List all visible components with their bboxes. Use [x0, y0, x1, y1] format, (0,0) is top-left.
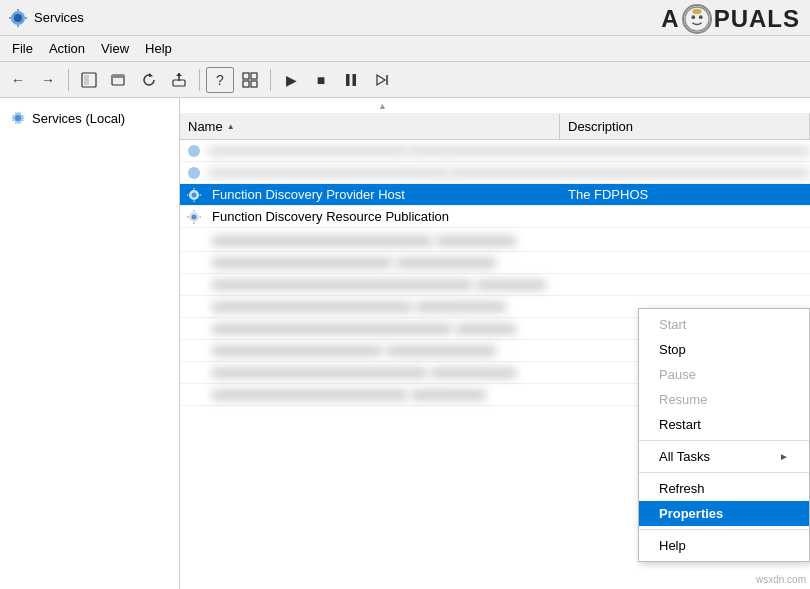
svg-point-24	[188, 167, 200, 179]
menu-view[interactable]: View	[93, 39, 137, 58]
menu-bar: File Action View Help	[0, 36, 810, 62]
service-icon	[184, 141, 204, 161]
menu-file[interactable]: File	[4, 39, 41, 58]
restart-button[interactable]	[367, 67, 395, 93]
ctx-refresh[interactable]: Refresh	[639, 476, 809, 501]
table-header: Name ▲ Description	[180, 114, 810, 140]
services-local-gear-icon	[10, 110, 26, 126]
service-icon	[184, 297, 204, 317]
menu-help[interactable]: Help	[137, 39, 180, 58]
ctx-pause[interactable]: Pause	[639, 362, 809, 387]
ctx-properties[interactable]: Properties	[639, 501, 809, 526]
svg-point-28	[192, 214, 197, 219]
toolbar-sep-2	[199, 69, 200, 91]
sort-hint-row: ▲	[180, 98, 810, 114]
service-icon-fdph	[184, 185, 204, 205]
svg-rect-17	[251, 81, 257, 87]
service-icon	[184, 363, 204, 383]
stop-button[interactable]: ■	[307, 67, 335, 93]
ctx-restart[interactable]: Restart	[639, 412, 809, 437]
ctx-sep-1	[639, 440, 809, 441]
svg-rect-18	[346, 74, 350, 86]
table-row[interactable]	[180, 230, 810, 252]
service-icon	[184, 319, 204, 339]
service-name-fdrp: Function Discovery Resource Publication	[208, 209, 564, 224]
svg-point-1	[14, 14, 22, 22]
service-panel: ▲ Name ▲ Description	[180, 98, 810, 589]
service-row-fdph[interactable]: Function Discovery Provider Host The FDP…	[180, 184, 810, 206]
pause-button[interactable]	[337, 67, 365, 93]
svg-marker-10	[149, 73, 153, 77]
svg-marker-20	[377, 75, 385, 85]
menu-action[interactable]: Action	[41, 39, 93, 58]
svg-rect-7	[84, 75, 89, 85]
main-area: Services (Local) ▲ Name ▲ Description	[0, 98, 810, 589]
table-row[interactable]	[180, 252, 810, 274]
forward-button[interactable]: →	[34, 67, 62, 93]
service-icon	[184, 275, 204, 295]
svg-point-3	[691, 15, 695, 19]
refresh-toolbar-button[interactable]	[135, 67, 163, 93]
title-bar: Services A PUALS	[0, 0, 810, 36]
view-button[interactable]	[236, 67, 264, 93]
sidebar: Services (Local)	[0, 98, 180, 589]
watermark: wsxdn.com	[756, 574, 806, 585]
ctx-sep-2	[639, 472, 809, 473]
svg-marker-13	[176, 73, 182, 76]
service-icon	[184, 341, 204, 361]
service-name-fdph: Function Discovery Provider Host	[208, 187, 564, 202]
svg-rect-14	[243, 73, 249, 79]
service-row-fdrp[interactable]: Function Discovery Resource Publication	[180, 206, 810, 228]
svg-point-23	[188, 145, 200, 157]
service-icon	[184, 163, 204, 183]
app-icon	[8, 8, 28, 28]
service-icon-fdrp	[184, 207, 204, 227]
table-row[interactable]	[180, 162, 810, 184]
service-icon	[184, 385, 204, 405]
play-button[interactable]: ▶	[277, 67, 305, 93]
column-name-header[interactable]: Name ▲	[180, 114, 560, 139]
svg-point-5	[692, 9, 701, 15]
svg-rect-19	[353, 74, 357, 86]
column-description-header[interactable]: Description	[560, 114, 810, 139]
export-button[interactable]	[165, 67, 193, 93]
new-window-button[interactable]	[105, 67, 133, 93]
sidebar-item-label: Services (Local)	[32, 111, 125, 126]
show-console-button[interactable]	[75, 67, 103, 93]
brand-face-icon	[682, 4, 712, 34]
back-button[interactable]: ←	[4, 67, 32, 93]
ctx-stop[interactable]: Stop	[639, 337, 809, 362]
svg-point-4	[699, 15, 703, 19]
service-icon	[184, 253, 204, 273]
ctx-sep-3	[639, 529, 809, 530]
ctx-all-tasks[interactable]: All Tasks ►	[639, 444, 809, 469]
submenu-arrow-icon: ►	[779, 451, 789, 462]
svg-rect-16	[243, 81, 249, 87]
ctx-resume[interactable]: Resume	[639, 387, 809, 412]
service-icon	[184, 231, 204, 251]
ctx-help[interactable]: Help	[639, 533, 809, 558]
help-toolbar-button[interactable]: ?	[206, 67, 234, 93]
svg-rect-9	[112, 75, 124, 78]
sort-arrow-icon: ▲	[378, 101, 387, 111]
toolbar-sep-3	[270, 69, 271, 91]
table-row[interactable]	[180, 140, 810, 162]
sort-icon: ▲	[227, 122, 235, 131]
sidebar-item-services-local[interactable]: Services (Local)	[4, 106, 175, 130]
table-row[interactable]	[180, 274, 810, 296]
brand-logo: A PUALS	[661, 4, 800, 34]
toolbar: ← → ? ▶ ■	[0, 62, 810, 98]
service-desc-fdph: The FDPHOS	[564, 187, 810, 202]
context-menu: Start Stop Pause Resume Restart All Task…	[638, 308, 810, 562]
svg-point-26	[192, 192, 197, 197]
toolbar-sep-1	[68, 69, 69, 91]
svg-rect-15	[251, 73, 257, 79]
ctx-start[interactable]: Start	[639, 312, 809, 337]
window-title: Services	[34, 10, 84, 25]
